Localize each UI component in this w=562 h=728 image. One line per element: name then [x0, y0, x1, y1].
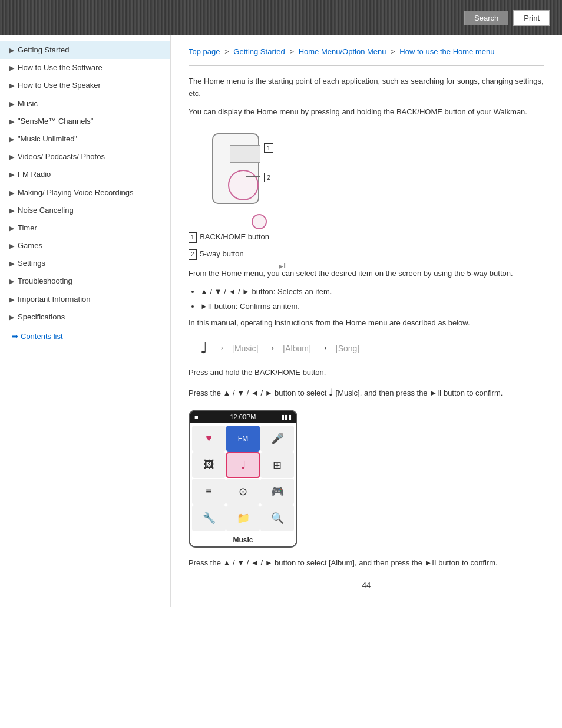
sidebar-item-videos[interactable]: ▶ Videos/ Podcasts/ Photos [0, 148, 170, 166]
sidebar-item-music-unlimited[interactable]: ▶ "Music Unlimited" [0, 130, 170, 148]
flow-item-2: [Album] [283, 344, 310, 353]
sidebar-item-fm-radio[interactable]: ▶ FM Radio [0, 166, 170, 183]
status-left: ■ [194, 413, 218, 420]
press-select-para: Press the ▲ / ▼ / ◄ / ► button to select… [189, 385, 544, 400]
chevron-right-icon: ▶ [9, 153, 14, 162]
sidebar-item-label: How to Use the Software [18, 62, 103, 73]
sidebar-item-how-to-use-speaker[interactable]: ▶ How to Use the Speaker [0, 77, 170, 94]
print-button[interactable]: Print [513, 10, 550, 26]
sidebar-item-voice-recordings[interactable]: ▶ Making/ Playing Voice Recordings [0, 184, 170, 202]
sidebar-item-troubleshooting[interactable]: ▶ Troubleshooting [0, 272, 170, 290]
bullet-list: ▲ / ▼ / ◄ / ► button: Selects an item. ►… [200, 286, 544, 313]
chevron-right-icon: ▶ [9, 170, 14, 179]
chevron-right-icon: ▶ [9, 117, 14, 126]
status-time: 12:00PM [230, 413, 256, 420]
sidebar-item-label: Timer [18, 223, 37, 233]
device-dpad-outer: ▶II [228, 170, 259, 200]
chevron-right-icon: ▶ [9, 64, 14, 73]
icon-music: ♩ [226, 452, 260, 478]
device-diagram: ▶II 1 2 [200, 127, 306, 222]
icon-photos: 🖼 [192, 452, 226, 478]
back-home-desc: BACK/HOME button [200, 232, 269, 241]
chevron-right-icon: ▶ [9, 135, 14, 144]
breadcrumb-top-page[interactable]: Top page [189, 47, 220, 56]
breadcrumb-home-menu[interactable]: Home Menu/Option Menu [299, 47, 386, 56]
sidebar-item-label: Troubleshooting [18, 276, 72, 286]
chevron-right-icon: ▶ [9, 277, 14, 286]
chevron-right-icon: ▶ [9, 313, 14, 322]
sidebar-item-label: Noise Canceling [18, 205, 74, 216]
chevron-right-icon: ▶ [9, 189, 14, 197]
num-box-1: 1 [264, 143, 273, 153]
icon-videos: ⊞ [260, 452, 294, 478]
chevron-right-icon: ▶ [9, 259, 14, 268]
device-screenshot: ■ 12:00PM ▮▮▮ ♥ FM 🎤 🖼 ♩ ⊞ ≡ ⊙ 🎮 🔧 📁 [189, 410, 297, 548]
diagram-label-1: 1 [264, 144, 273, 152]
num-2: 2 [189, 249, 197, 260]
icon-mic: 🎤 [260, 426, 294, 452]
sidebar-item-label: Specifications [18, 312, 65, 322]
contents-list-label: Contents list [21, 332, 63, 341]
flow-item-3: [Song] [336, 344, 359, 353]
sidebar-item-getting-started[interactable]: ▶ Getting Started [0, 41, 170, 59]
sidebar-item-specifications[interactable]: ▶ Specifications [0, 308, 170, 326]
num-1: 1 [189, 232, 197, 243]
num-box-2: 2 [264, 173, 273, 182]
flow-diagram: ♩ → [Music] → [Album] → [Song] [189, 339, 544, 357]
sidebar-item-label: FM Radio [18, 169, 51, 180]
press-hold-para: Press and hold the BACK/HOME button. [189, 367, 544, 379]
intro-para-1: The Home menu is the starting point of e… [189, 75, 544, 100]
sidebar-item-noise-canceling[interactable]: ▶ Noise Canceling [0, 202, 170, 219]
five-way-desc: 5-way button [200, 249, 243, 258]
bullet-item-1: ▲ / ▼ / ◄ / ► button: Selects an item. [200, 286, 544, 298]
icon-settings: ⊙ [226, 479, 260, 505]
sidebar-item-label: Games [18, 241, 42, 251]
contents-list-link[interactable]: ➡ Contents list [0, 326, 170, 347]
breadcrumb-getting-started[interactable]: Getting Started [233, 47, 285, 56]
page-number: 44 [189, 581, 544, 589]
breadcrumb-how-to[interactable]: How to use the Home menu [399, 47, 494, 56]
sidebar-item-timer[interactable]: ▶ Timer [0, 219, 170, 237]
sidebar-item-label: "Music Unlimited" [18, 134, 77, 144]
press-album-para: Press the ▲ / ▼ / ◄ / ► button to select… [189, 557, 544, 569]
breadcrumb-sep3: > [391, 47, 397, 56]
search-button[interactable]: Search [464, 11, 508, 25]
diagram-label-2: 2 [264, 173, 273, 182]
button-desc-1: 1 BACK/HOME button [189, 231, 544, 243]
intro-para-2: You can display the Home menu by pressin… [189, 106, 544, 118]
sidebar-item-music[interactable]: ▶ Music [0, 95, 170, 113]
icon-grid: ♥ FM 🎤 🖼 ♩ ⊞ ≡ ⊙ 🎮 🔧 📁 🔍 [190, 423, 296, 533]
bullet-item-2: ►II button: Confirms an item. [200, 301, 544, 313]
status-right: ▮▮▮ [268, 413, 292, 421]
sidebar-item-sensme[interactable]: ▶ "SensMe™ Channels" [0, 113, 170, 130]
sidebar-item-label: Important Information [18, 294, 91, 305]
from-home-para: From the Home menu, you can select the d… [189, 268, 544, 280]
sidebar-item-label: How to Use the Speaker [18, 80, 101, 91]
divider [189, 65, 544, 66]
icon-folder: 📁 [226, 505, 260, 531]
flow-arrow-2: → [265, 342, 276, 354]
header: Search Print [0, 0, 562, 35]
chevron-right-icon: ▶ [9, 100, 14, 108]
sidebar-item-important-information[interactable]: ▶ Important Information [0, 291, 170, 308]
chevron-right-icon: ▶ [9, 242, 14, 251]
sidebar: ▶ Getting Started ▶ How to Use the Softw… [0, 35, 171, 607]
sidebar-item-settings[interactable]: ▶ Settings [0, 255, 170, 272]
main-layout: ▶ Getting Started ▶ How to Use the Softw… [0, 35, 562, 607]
device-body: ▶II [212, 133, 259, 204]
button-desc-2: 2 5-way button [189, 248, 544, 261]
status-bar: ■ 12:00PM ▮▮▮ [190, 411, 296, 423]
breadcrumb-sep: > [224, 47, 231, 56]
chevron-right-icon: ▶ [9, 224, 14, 233]
chevron-right-icon: ▶ [9, 81, 14, 90]
sidebar-item-how-to-use-software[interactable]: ▶ How to Use the Software [0, 59, 170, 77]
press-select-end: [Music], and then press the ►II button t… [333, 388, 503, 397]
icon-heart: ♥ [192, 426, 226, 452]
in-manual-para: In this manual, operating instructions f… [189, 317, 544, 330]
arrow-right-icon: ➡ [12, 332, 18, 341]
device-screen [230, 145, 260, 163]
sidebar-item-label: Settings [18, 258, 45, 269]
chevron-right-icon: ▶ [9, 46, 14, 55]
sidebar-item-games[interactable]: ▶ Games [0, 237, 170, 255]
icon-playlist: ≡ [192, 479, 226, 505]
